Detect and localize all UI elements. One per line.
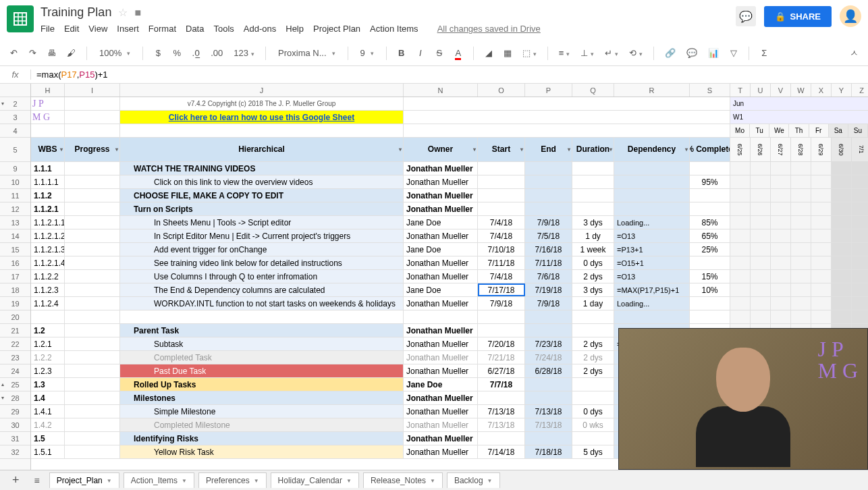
start-cell[interactable]: 7/17/18 [478, 283, 525, 296]
end-cell[interactable]: 7/18/18 [525, 445, 572, 458]
task-name[interactable]: Past Due Task [120, 364, 404, 377]
undo-icon[interactable]: ↶ [7, 45, 20, 61]
rowhdr-21[interactable]: 21 [0, 324, 30, 337]
comments-icon[interactable]: 💬 [736, 6, 756, 26]
dependency-cell[interactable] [614, 162, 690, 175]
share-button[interactable]: 🔒 SHARE [764, 6, 832, 27]
rowhdr-4[interactable]: 4 [0, 124, 30, 138]
end-cell[interactable] [525, 391, 572, 404]
print-icon[interactable]: 🖶 [45, 45, 59, 61]
learn-link[interactable]: Click here to learn how to use this Goog… [120, 111, 404, 124]
task-name[interactable]: See training video link below for detail… [120, 256, 404, 269]
col-J[interactable]: J [120, 84, 404, 97]
add-sheet-button[interactable]: + [7, 473, 25, 487]
wbs-cell[interactable]: 1.2.2 [31, 351, 65, 364]
col-S[interactable]: S [690, 84, 730, 97]
owner-cell[interactable]: Jonathan Mueller [404, 445, 478, 458]
avatar[interactable]: 👤 [840, 5, 861, 27]
hdr-duration[interactable]: Duration [572, 138, 614, 161]
end-cell[interactable] [525, 378, 572, 391]
pct-cell[interactable]: 65% [690, 229, 730, 242]
col-I[interactable]: I [65, 84, 120, 97]
col-Q[interactable]: Q [572, 84, 614, 97]
progress-cell[interactable] [65, 175, 120, 188]
dependency-cell[interactable] [614, 202, 690, 215]
progress-cell[interactable] [65, 391, 120, 404]
progress-cell[interactable] [65, 445, 120, 458]
comment-icon[interactable]: 💬 [684, 45, 700, 61]
rowhdr-22[interactable]: 22 [0, 337, 30, 351]
rowhdr-9[interactable]: 9 [0, 162, 30, 175]
start-cell[interactable] [478, 202, 525, 215]
end-cell[interactable]: 7/9/18 [525, 216, 572, 229]
task-name[interactable]: In Sheets Menu | Tools -> Script editor [120, 216, 404, 229]
sheets-logo[interactable] [7, 5, 34, 32]
doc-title[interactable]: Training Plan [40, 5, 111, 20]
owner-cell[interactable]: Jonathan Mueller [404, 202, 478, 215]
bold-icon[interactable]: B [395, 45, 408, 61]
start-cell[interactable] [478, 432, 525, 445]
wbs-cell[interactable]: 1.1.2.1 [31, 202, 65, 215]
end-cell[interactable]: 7/19/18 [525, 283, 572, 296]
rowhdr-19[interactable]: 19 [0, 297, 30, 310]
progress-cell[interactable] [65, 405, 120, 418]
progress-cell[interactable] [65, 202, 120, 215]
hdr-pct[interactable]: % Complete [690, 138, 730, 161]
col-U[interactable]: U [751, 84, 771, 97]
progress-cell[interactable] [65, 270, 120, 283]
col-Z[interactable]: Z [852, 84, 868, 97]
rotate-icon[interactable]: ⟲ [626, 45, 645, 61]
wbs-cell[interactable]: 1.4.2 [31, 418, 65, 431]
end-cell[interactable] [525, 162, 572, 175]
duration-cell[interactable]: 0 dys [572, 405, 614, 418]
owner-cell[interactable]: Jane Doe [404, 378, 478, 391]
progress-cell[interactable] [65, 243, 120, 256]
rowhdr-20[interactable]: 20 [0, 310, 30, 324]
owner-cell[interactable]: Jonathan Mueller [404, 432, 478, 445]
tab-backlog[interactable]: Backlog▼ [447, 472, 500, 488]
rowhdr-12[interactable]: 12 [0, 202, 30, 216]
rowhdr-11[interactable]: 11 [0, 189, 30, 202]
start-cell[interactable] [478, 189, 525, 202]
end-cell[interactable]: 7/11/18 [525, 256, 572, 269]
owner-cell[interactable]: Jane Doe [404, 243, 478, 256]
wbs-cell[interactable]: 1.1.2.2 [31, 270, 65, 283]
menu-format[interactable]: Format [148, 24, 176, 34]
wbs-cell[interactable]: 1.1.1 [31, 162, 65, 175]
wbs-cell[interactable]: 1.2 [31, 324, 65, 337]
dependency-cell[interactable]: =O15+1 [614, 256, 690, 269]
end-cell[interactable]: 7/16/18 [525, 243, 572, 256]
progress-cell[interactable] [65, 432, 120, 445]
start-cell[interactable] [478, 162, 525, 175]
duration-cell[interactable] [572, 162, 614, 175]
rowhdr-18[interactable]: 18 [0, 283, 30, 297]
dependency-cell[interactable]: Loading... [614, 297, 690, 310]
menu-data[interactable]: Data [186, 24, 204, 34]
progress-cell[interactable] [65, 310, 120, 323]
task-name[interactable]: WORKDAY.INTL function to not start tasks… [120, 297, 404, 310]
progress-cell[interactable] [65, 256, 120, 269]
start-cell[interactable]: 7/4/18 [478, 270, 525, 283]
rowhdr-16[interactable]: 16 [0, 256, 30, 270]
duration-cell[interactable] [572, 189, 614, 202]
col-V[interactable]: V [771, 84, 791, 97]
end-cell[interactable] [525, 175, 572, 188]
start-cell[interactable]: 6/27/18 [478, 364, 525, 377]
font-select[interactable]: Proxima N... [274, 47, 340, 59]
task-name[interactable]: Completed Milestone [120, 418, 404, 431]
menu-add-ons[interactable]: Add-ons [244, 24, 276, 34]
redo-icon[interactable]: ↷ [26, 45, 39, 61]
duration-cell[interactable]: 1 week [572, 243, 614, 256]
text-color-icon[interactable]: A [452, 45, 465, 61]
owner-cell[interactable]: Jonathan Mueller [404, 162, 478, 175]
task-name[interactable]: Milestones [120, 391, 404, 404]
chevron-down-icon[interactable]: ▼ [346, 478, 352, 484]
task-name[interactable]: Use Columns I through Q to enter infroma… [120, 270, 404, 283]
task-name[interactable]: Add event trigger for onChange [120, 243, 404, 256]
end-cell[interactable]: 7/9/18 [525, 297, 572, 310]
col-R[interactable]: R [614, 84, 690, 97]
tab-holiday_calendar[interactable]: Holiday_Calendar▼ [271, 472, 359, 488]
end-cell[interactable]: 7/13/18 [525, 418, 572, 431]
owner-cell[interactable]: Jonathan Mueller [404, 189, 478, 202]
pct-cell[interactable] [690, 297, 730, 310]
